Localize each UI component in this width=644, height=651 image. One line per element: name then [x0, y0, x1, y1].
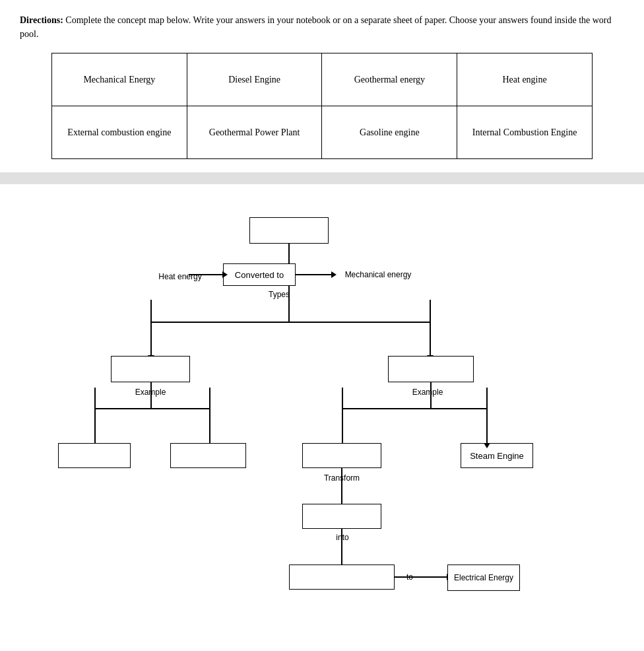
- arrow-left-branch-down: [150, 300, 152, 356]
- word-pool-table: Mechanical Energy Diesel Engine Geotherm…: [51, 53, 593, 159]
- word-pool-cell: Heat engine: [457, 53, 593, 106]
- arrow-right-example-v: [430, 382, 432, 409]
- into-label: into: [329, 533, 356, 542]
- arrow-heat-to-converted: [189, 274, 223, 275]
- right-type-box: [388, 356, 474, 382]
- rl-box: [302, 443, 381, 468]
- top-blank-box: [249, 217, 329, 244]
- lr-box: [170, 443, 246, 468]
- word-pool-cell: Mechanical Energy: [52, 53, 187, 106]
- word-pool-cell: Geothermal energy: [322, 53, 457, 106]
- left-type-box: [111, 356, 190, 382]
- directions-bold: Directions:: [20, 15, 63, 25]
- arrow-types-line: [288, 286, 290, 322]
- table-row: External combustion engine Geothermal Po…: [52, 106, 593, 159]
- word-pool-cell: Internal Combustion Engine: [457, 106, 593, 159]
- ll-box: [58, 443, 131, 468]
- types-label: Types: [259, 290, 299, 299]
- bottom-box: [289, 565, 395, 590]
- arrow-lr-down: [209, 388, 210, 444]
- arrow-rr-down: [486, 388, 488, 444]
- steam-engine-box: Steam Engine: [461, 443, 533, 468]
- word-pool-cell: Geothermal Power Plant: [187, 106, 322, 159]
- arrow-ll-down: [94, 388, 96, 444]
- arrow-types-left-h: [150, 322, 289, 323]
- arrow-right-branch-down: [430, 300, 431, 356]
- transform-box: [302, 504, 381, 529]
- example-right-label: Example: [404, 388, 451, 397]
- arrow-left-example-v: [150, 382, 152, 409]
- electrical-energy-box: Electrical Energy: [447, 565, 520, 591]
- mechanical-energy-label: Mechanical energy: [332, 270, 424, 279]
- arrow-transform-down: [341, 468, 342, 504]
- arrow-rl-down: [342, 388, 343, 444]
- directions-body: Complete the concept map below. Write yo…: [20, 15, 612, 39]
- concept-map: Heat energy Converted to Mechanical ener…: [25, 204, 619, 587]
- word-pool-cell: Gasoline engine: [322, 106, 457, 159]
- arrow-converted-to-mechanical: [296, 274, 332, 275]
- arrow-left-example-h: [94, 408, 210, 409]
- directions-text: Directions: Complete the concept map bel…: [20, 13, 624, 41]
- arrow-to-electrical: [395, 576, 447, 578]
- arrow-right-example-h: [342, 408, 487, 409]
- section-divider: [0, 172, 644, 184]
- table-row: Mechanical Energy Diesel Engine Geotherm…: [52, 53, 593, 106]
- word-pool-cell: External combustion engine: [52, 106, 187, 159]
- arrow-into-down: [341, 529, 342, 565]
- arrow-types-right-h: [288, 322, 430, 323]
- word-pool-cell: Diesel Engine: [187, 53, 322, 106]
- converted-to-box: Converted to: [223, 263, 296, 286]
